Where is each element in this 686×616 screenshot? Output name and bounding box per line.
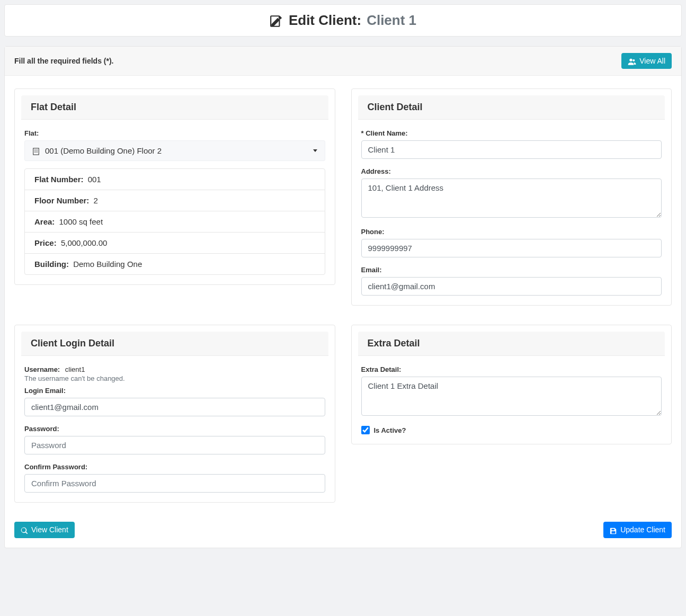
client-detail-title: Client Detail <box>358 95 665 120</box>
client-name-label: * Client Name: <box>361 129 662 137</box>
svg-rect-5 <box>37 150 38 151</box>
is-active-label: Is Active? <box>374 426 406 434</box>
users-icon <box>628 57 636 65</box>
client-detail-panel: Client Detail * Client Name: Address: 10… <box>351 88 672 306</box>
login-email-group: Login Email: <box>24 387 325 416</box>
page-title: Edit Client: Client 1 <box>270 12 416 29</box>
phone-label: Phone: <box>361 228 662 236</box>
login-email-input[interactable] <box>24 398 325 416</box>
password-input[interactable] <box>24 436 325 454</box>
row-1: Flat Detail Flat: 001 (Demo Building One… <box>14 88 672 306</box>
save-icon <box>610 525 617 534</box>
floor-number-label: Floor Number: <box>34 196 89 205</box>
flat-detail-body: Flat: 001 (Demo Building One) Floor 2 <box>15 120 335 284</box>
flat-select-group: Flat: 001 (Demo Building One) Floor 2 <box>24 129 325 275</box>
is-active-row: Is Active? <box>361 426 662 434</box>
flat-detail-title: Flat Detail <box>21 95 328 120</box>
flat-detail-table: Flat Number: 001 Floor Number: 2 Area: 1… <box>24 168 325 275</box>
building-label: Building: <box>34 260 69 269</box>
area-value: 1000 sq feet <box>59 217 103 226</box>
username-label: Username: <box>24 365 60 373</box>
view-client-button[interactable]: View Client <box>14 522 75 538</box>
flat-number-value: 001 <box>88 175 101 184</box>
footer-actions: View Client Update Client <box>5 522 681 538</box>
price-value: 5,000,000.00 <box>61 238 108 247</box>
col-extra-detail: Extra Detail Extra Detail: Client 1 Extr… <box>351 325 672 503</box>
email-label: Email: <box>361 266 662 274</box>
col-login-detail: Client Login Detail Username: client1 Th… <box>14 325 335 503</box>
building-icon <box>32 146 40 155</box>
phone-input[interactable] <box>361 239 662 257</box>
view-all-label: View All <box>639 57 665 65</box>
extra-detail-panel: Extra Detail Extra Detail: Client 1 Extr… <box>351 325 672 444</box>
login-detail-panel: Client Login Detail Username: client1 Th… <box>14 325 335 503</box>
update-client-button[interactable]: Update Client <box>603 522 672 538</box>
svg-rect-4 <box>34 150 35 151</box>
login-detail-title: Client Login Detail <box>21 332 328 356</box>
username-line: Username: client1 <box>24 365 325 373</box>
extra-group: Extra Detail: Client 1 Extra Detail <box>361 365 662 417</box>
confirm-password-input[interactable] <box>24 474 325 493</box>
password-label: Password: <box>24 425 325 433</box>
address-input[interactable]: 101, Client 1 Address <box>361 178 662 218</box>
svg-point-2 <box>633 59 635 61</box>
client-name-group: * Client Name: <box>361 129 662 159</box>
page-header: Edit Client: Client 1 <box>4 4 682 37</box>
main-card: Fill all the required fields (*). View A… <box>4 46 682 548</box>
svg-rect-6 <box>34 151 35 153</box>
client-detail-body: * Client Name: Address: 101, Client 1 Ad… <box>352 120 672 305</box>
floor-number-row: Floor Number: 2 <box>25 190 325 211</box>
flat-label: Flat: <box>24 129 325 137</box>
is-active-checkbox[interactable] <box>361 426 370 434</box>
view-all-button[interactable]: View All <box>621 53 672 69</box>
flat-detail-panel: Flat Detail Flat: 001 (Demo Building One… <box>14 88 335 285</box>
flat-selected-value: 001 (Demo Building One) Floor 2 <box>45 146 162 155</box>
svg-rect-3 <box>33 148 39 155</box>
chevron-down-icon <box>313 149 317 152</box>
extra-detail-title: Extra Detail <box>358 332 665 356</box>
phone-group: Phone: <box>361 228 662 257</box>
building-row: Building: Demo Building One <box>25 254 325 274</box>
flat-select[interactable]: 001 (Demo Building One) Floor 2 <box>24 140 325 161</box>
area-label: Area: <box>34 217 55 226</box>
row-2: Client Login Detail Username: client1 Th… <box>14 325 672 503</box>
area-row: Area: 1000 sq feet <box>25 211 325 233</box>
building-value: Demo Building One <box>73 260 142 269</box>
extra-label: Extra Detail: <box>361 365 662 373</box>
username-group: Username: client1 The username can't be … <box>24 365 325 382</box>
confirm-password-label: Confirm Password: <box>24 463 325 471</box>
page-title-client: Client 1 <box>367 12 416 29</box>
flat-number-row: Flat Number: 001 <box>25 169 325 190</box>
username-help: The username can't be changed. <box>24 374 325 382</box>
password-group: Password: <box>24 425 325 454</box>
edit-icon <box>270 12 283 29</box>
view-client-label: View Client <box>31 525 68 534</box>
address-label: Address: <box>361 167 662 175</box>
floor-number-value: 2 <box>94 196 98 205</box>
col-flat-detail: Flat Detail Flat: 001 (Demo Building One… <box>14 88 335 306</box>
flat-select-left: 001 (Demo Building One) Floor 2 <box>32 146 162 155</box>
email-group: Email: <box>361 266 662 296</box>
extra-input[interactable]: Client 1 Extra Detail <box>361 377 662 416</box>
flat-number-label: Flat Number: <box>34 175 84 184</box>
svg-point-1 <box>630 59 632 61</box>
col-client-detail: Client Detail * Client Name: Address: 10… <box>351 88 672 306</box>
update-client-label: Update Client <box>620 525 665 534</box>
address-group: Address: 101, Client 1 Address <box>361 167 662 219</box>
confirm-password-group: Confirm Password: <box>24 463 325 493</box>
login-detail-body: Username: client1 The username can't be … <box>15 356 335 502</box>
required-note: Fill all the required fields (*). <box>14 57 113 65</box>
username-value: client1 <box>65 365 85 373</box>
login-email-label: Login Email: <box>24 387 325 395</box>
email-input[interactable] <box>361 277 662 296</box>
card-topbar: Fill all the required fields (*). View A… <box>5 47 681 76</box>
price-row: Price: 5,000,000.00 <box>25 233 325 254</box>
extra-detail-body: Extra Detail: Client 1 Extra Detail Is A… <box>352 356 672 444</box>
price-label: Price: <box>34 238 57 247</box>
search-icon <box>21 525 28 534</box>
content-area: Flat Detail Flat: 001 (Demo Building One… <box>5 76 681 503</box>
client-name-input[interactable] <box>361 140 662 159</box>
page-title-prefix: Edit Client: <box>289 12 361 29</box>
svg-rect-7 <box>37 151 38 153</box>
